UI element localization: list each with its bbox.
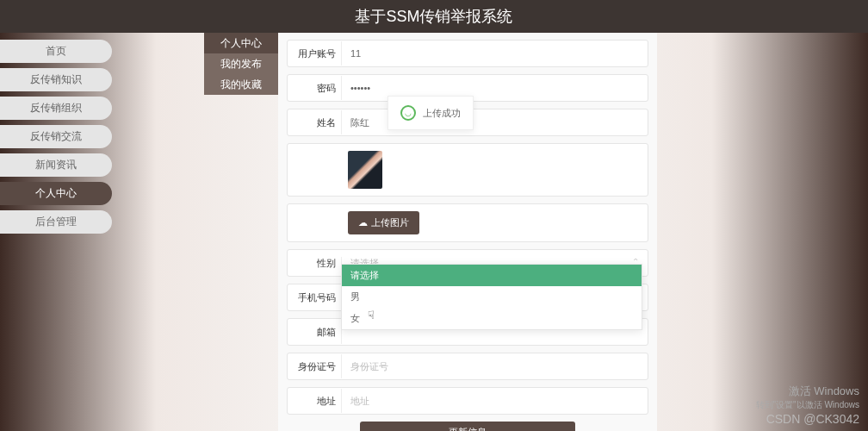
- sub-my-posts[interactable]: 我的发布: [204, 53, 278, 74]
- nav-communication[interactable]: 反传销交流: [0, 125, 112, 148]
- upload-button[interactable]: ☁ 上传图片: [348, 211, 419, 234]
- smile-icon: ◡: [400, 105, 416, 121]
- idcard-input[interactable]: [341, 354, 648, 378]
- row-idcard: 身份证号: [287, 353, 648, 380]
- row-avatar: [287, 143, 648, 197]
- row-upload: ☁ 上传图片: [287, 203, 648, 242]
- row-account: 用户账号: [287, 40, 648, 67]
- gender-dropdown: 请选择 男 ☟ 女: [341, 264, 642, 330]
- submit-button[interactable]: 更新信息: [360, 422, 575, 431]
- row-address: 地址: [287, 387, 648, 415]
- toast-message: 上传成功: [423, 107, 461, 120]
- name-label: 姓名: [288, 116, 341, 129]
- account-label: 用户账号: [288, 47, 341, 60]
- left-navigation: 首页 反传销知识 反传销组织 反传销交流 新闻资讯 个人中心 后台管理: [0, 34, 112, 239]
- sub-navigation: 个人中心 我的发布 我的收藏: [204, 33, 278, 95]
- password-label: 密码: [288, 82, 341, 95]
- page-title: 基于SSM传销举报系统: [355, 6, 512, 27]
- nav-home[interactable]: 首页: [0, 40, 112, 63]
- address-input[interactable]: [341, 389, 648, 413]
- dropdown-option-female[interactable]: 女: [342, 308, 642, 329]
- page-header: 基于SSM传销举报系统: [0, 0, 868, 33]
- email-label: 邮箱: [288, 326, 341, 339]
- success-toast: ◡ 上传成功: [388, 96, 474, 130]
- nav-organization[interactable]: 反传销组织: [0, 97, 112, 120]
- nav-personal-center[interactable]: 个人中心: [0, 182, 112, 205]
- nav-knowledge[interactable]: 反传销知识: [0, 68, 112, 91]
- avatar-image: [348, 151, 382, 189]
- csdn-watermark: CSDN @CK3042: [766, 412, 859, 426]
- windows-watermark: 激活 Windows 转到"设置"以激活 Windows: [756, 384, 859, 410]
- idcard-label: 身份证号: [288, 360, 341, 373]
- nav-news[interactable]: 新闻资讯: [0, 153, 112, 177]
- sub-personal-center[interactable]: 个人中心: [204, 33, 278, 53]
- gender-label: 性别: [288, 257, 341, 270]
- cloud-upload-icon: ☁: [358, 217, 368, 228]
- phone-label: 手机号码: [288, 291, 341, 304]
- content-panel: 用户账号 密码 姓名 ☁ 上传图片 性别 请选择 ⌃ 手机号码 邮箱 身份证号: [278, 33, 657, 431]
- sub-my-favorites[interactable]: 我的收藏: [204, 74, 278, 95]
- nav-admin[interactable]: 后台管理: [0, 210, 112, 234]
- address-label: 地址: [288, 395, 341, 408]
- account-input[interactable]: [341, 41, 648, 66]
- pointer-cursor-icon: ☟: [368, 309, 375, 322]
- dropdown-option-male[interactable]: 男 ☟: [342, 286, 642, 308]
- dropdown-option-placeholder[interactable]: 请选择: [342, 265, 642, 286]
